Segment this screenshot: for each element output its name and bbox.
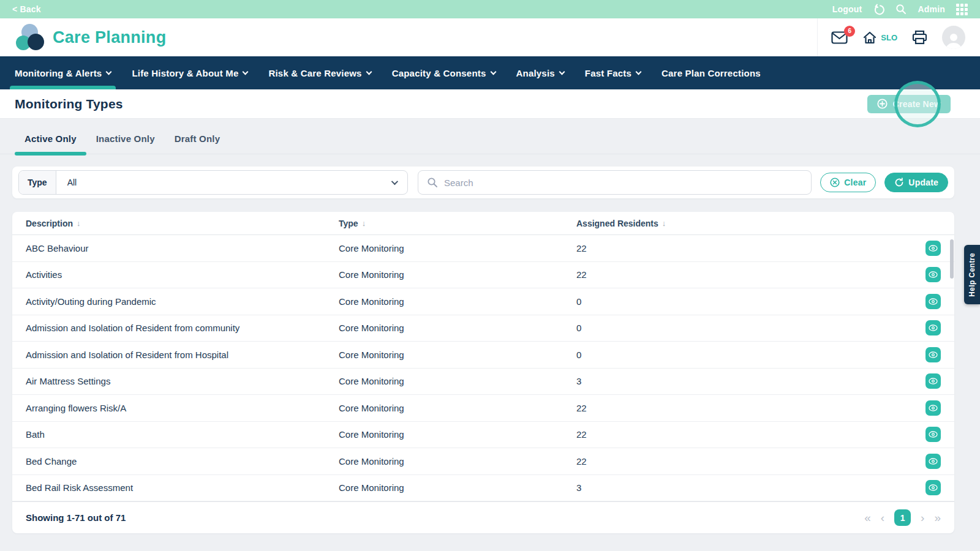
chevron-down-icon xyxy=(559,69,565,75)
cell-description: Admission and Isolation of Resident from… xyxy=(26,350,339,360)
type-select-value: All xyxy=(56,178,77,187)
cell-description: Bath xyxy=(26,429,339,440)
first-page-button[interactable]: « xyxy=(864,512,871,523)
view-button[interactable] xyxy=(925,454,941,469)
view-button[interactable] xyxy=(925,347,941,362)
table-row: Bath Core Monitoring 22 xyxy=(12,422,954,449)
cell-assigned-residents: 22 xyxy=(576,269,916,280)
cell-assigned-residents: 22 xyxy=(576,243,916,253)
table-row: Activities Core Monitoring 22 xyxy=(12,262,954,289)
view-button[interactable] xyxy=(925,267,941,282)
view-button[interactable] xyxy=(925,294,941,309)
nav-life-history[interactable]: Life History & About Me xyxy=(132,56,247,89)
view-button[interactable] xyxy=(925,320,941,335)
cell-assigned-residents: 22 xyxy=(576,403,916,413)
column-header-description[interactable]: Description↓ xyxy=(26,219,339,228)
tab-active-only[interactable]: Active Only xyxy=(15,125,86,154)
search-icon xyxy=(427,177,438,188)
cell-type: Core Monitoring xyxy=(339,482,576,493)
cell-assigned-residents: 0 xyxy=(576,296,916,307)
nav-monitoring-alerts[interactable]: Monitoring & Alerts xyxy=(15,56,111,89)
column-header-type[interactable]: Type↓ xyxy=(339,219,576,228)
chevron-down-icon xyxy=(243,69,249,75)
table-scrollbar[interactable] xyxy=(950,239,954,279)
app-logo xyxy=(15,23,45,51)
user-avatar[interactable] xyxy=(942,26,965,49)
home-icon xyxy=(862,31,877,45)
sort-down-icon[interactable]: ↓ xyxy=(77,219,81,228)
chevron-down-icon xyxy=(366,69,372,75)
header-actions: 6 SLO xyxy=(817,18,965,56)
apps-grid-icon[interactable] xyxy=(956,4,968,15)
view-button[interactable] xyxy=(925,373,941,389)
search-icon[interactable] xyxy=(895,4,907,15)
chevron-down-icon xyxy=(391,178,398,185)
table-row: ABC Behaviour Core Monitoring 22 xyxy=(12,235,954,262)
cell-description: Bed Rail Risk Assessment xyxy=(26,482,339,493)
view-button[interactable] xyxy=(925,241,941,256)
nav-fast-facts[interactable]: Fast Facts xyxy=(585,56,641,89)
search-box xyxy=(418,170,812,195)
table-row: Activity/Outing during Pandemic Core Mon… xyxy=(12,288,954,315)
chevron-down-icon xyxy=(490,69,496,75)
last-page-button[interactable]: » xyxy=(934,512,941,523)
cell-assigned-residents: 0 xyxy=(576,323,916,333)
type-select[interactable]: Type All xyxy=(18,170,408,195)
page-title: Monitoring Types xyxy=(15,97,123,111)
app-header: Care Planning 6 SLO xyxy=(0,18,980,56)
back-button[interactable]: < Back xyxy=(12,4,41,14)
cell-type: Core Monitoring xyxy=(339,403,576,413)
view-button[interactable] xyxy=(925,427,941,442)
cell-type: Core Monitoring xyxy=(339,296,576,307)
create-new-button[interactable]: Create New xyxy=(867,95,951,113)
pagination: « ‹ 1 › » xyxy=(864,509,941,526)
next-page-button[interactable]: › xyxy=(921,512,924,523)
table-footer: Showing 1-71 out of 71 « ‹ 1 › » xyxy=(12,501,954,533)
page-title-band: Monitoring Types Create New xyxy=(0,89,980,119)
cell-type: Core Monitoring xyxy=(339,429,576,440)
clear-button[interactable]: Clear xyxy=(820,173,876,192)
table-row: Air Mattress Settings Core Monitoring 3 xyxy=(12,369,954,395)
top-utility-right: Logout Admin xyxy=(832,4,968,15)
cell-type: Core Monitoring xyxy=(339,323,576,333)
help-centre-tab[interactable]: Help Centre xyxy=(964,245,980,304)
nav-risk-care-reviews[interactable]: Risk & Care Reviews xyxy=(268,56,371,89)
tab-inactive-only[interactable]: Inactive Only xyxy=(86,125,165,154)
type-select-label: Type xyxy=(19,171,56,194)
results-count: Showing 1-71 out of 71 xyxy=(26,512,126,523)
view-button[interactable] xyxy=(925,480,941,495)
sort-down-icon[interactable]: ↓ xyxy=(362,219,366,228)
home-button[interactable]: SLO xyxy=(862,31,897,45)
tab-draft-only[interactable]: Draft Only xyxy=(165,125,230,154)
view-button[interactable] xyxy=(925,400,941,416)
sort-down-icon[interactable]: ↓ xyxy=(662,219,666,228)
messages-badge: 6 xyxy=(844,26,855,37)
admin-menu[interactable]: Admin xyxy=(918,4,945,14)
app-title: Care Planning xyxy=(53,28,166,47)
cell-assigned-residents: 3 xyxy=(576,482,916,493)
main-nav: Monitoring & Alerts Life History & About… xyxy=(0,56,980,89)
nav-capacity-consents[interactable]: Capacity & Consents xyxy=(392,56,496,89)
cell-description: Activity/Outing during Pandemic xyxy=(26,296,339,307)
cell-assigned-residents: 22 xyxy=(576,456,916,467)
print-button[interactable] xyxy=(912,30,927,45)
column-header-assigned-residents[interactable]: Assigned Residents↓ xyxy=(576,219,916,228)
logout-button[interactable]: Logout xyxy=(832,4,862,14)
current-page-button[interactable]: 1 xyxy=(894,509,911,526)
nav-care-plan-corrections[interactable]: Care Plan Corrections xyxy=(662,56,761,89)
nav-analysis[interactable]: Analysis xyxy=(516,56,564,89)
cell-assigned-residents: 0 xyxy=(576,350,916,360)
previous-page-button[interactable]: ‹ xyxy=(881,512,884,523)
cell-type: Core Monitoring xyxy=(339,350,576,360)
update-button[interactable]: Update xyxy=(884,173,948,192)
table-row: Bed Change Core Monitoring 22 xyxy=(12,448,954,475)
logout-icon[interactable] xyxy=(873,4,884,15)
cell-assigned-residents: 22 xyxy=(576,429,916,440)
search-input[interactable] xyxy=(444,178,802,188)
messages-button[interactable]: 6 xyxy=(831,31,848,44)
table-row: Arranging flowers Risk/A Core Monitoring… xyxy=(12,395,954,422)
cell-type: Core Monitoring xyxy=(339,243,576,253)
cell-description: Air Mattress Settings xyxy=(26,376,339,386)
cell-description: Arranging flowers Risk/A xyxy=(26,403,339,413)
cell-type: Core Monitoring xyxy=(339,456,576,467)
